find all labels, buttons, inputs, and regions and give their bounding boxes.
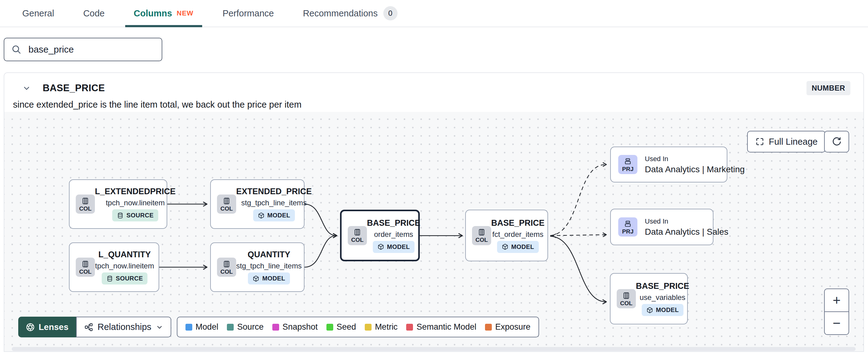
lineage-node-quantity[interactable]: COL QUANTITY stg_tpch_line_items MODEL (210, 242, 305, 292)
columns-icon (622, 292, 630, 300)
refresh-button[interactable] (824, 131, 849, 152)
col-badge-label: COL (620, 300, 632, 306)
database-icon (106, 275, 113, 282)
col-badge-label: COL (79, 206, 92, 211)
lineage-node-base-price-order-items[interactable]: COL BASE_PRICE order_items MODEL (340, 210, 420, 261)
columns-icon (223, 197, 230, 205)
tab-bar: General Code Columns NEW Performance Rec… (0, 0, 868, 27)
columns-icon (81, 260, 89, 268)
lineage-toolbar: Lenses Relationships (18, 317, 539, 337)
col-badge: COL (617, 289, 636, 308)
expand-icon (755, 137, 765, 146)
tab-label: Code (83, 8, 104, 19)
resource-type-pill: MODEL (253, 209, 295, 221)
used-in-label: Used In (645, 217, 728, 226)
col-badge-label: COL (220, 206, 233, 211)
col-badge: COL (76, 195, 95, 214)
column-card-header: BASE_PRICE NUMBER since extended_price i… (4, 73, 863, 112)
tab-general[interactable]: General (13, 0, 63, 27)
legend-swatch (272, 324, 279, 331)
search-row (4, 38, 162, 61)
col-badge-label: COL (351, 237, 364, 243)
column-card: BASE_PRICE NUMBER since extended_price i… (4, 72, 864, 352)
lineage-node-l-quantity[interactable]: COL L_QUANTITY tpch_now.lineitem SOURCE (69, 242, 159, 292)
lineage-canvas[interactable]: COL L_EXTENDEDPRICE tpch_now.lineitem SO… (4, 112, 863, 352)
node-subtitle: use_variables (640, 293, 685, 302)
resource-type-pill: SOURCE (112, 209, 158, 221)
tab-code[interactable]: Code (74, 0, 113, 27)
col-badge-label: COL (79, 269, 92, 275)
search-box[interactable] (4, 38, 162, 61)
relationships-label: Relationships (98, 322, 152, 332)
legend-swatch (365, 324, 372, 331)
tab-label: Columns (134, 8, 172, 19)
collapse-chevron-icon[interactable] (21, 82, 33, 94)
node-title: EXTENDED_PRICE (236, 187, 312, 196)
resource-type-pill: MODEL (248, 272, 290, 285)
prj-badge-label: PRJ (622, 166, 634, 172)
node-subtitle: order_items (374, 230, 413, 239)
legend-swatch (406, 324, 413, 331)
relationships-icon (84, 323, 93, 332)
full-lineage-label: Full Lineage (769, 137, 817, 147)
node-subtitle: fct_order_items (492, 230, 544, 239)
legend-item-model: Model (185, 322, 219, 332)
legend-label: Metric (375, 322, 398, 332)
tab-label: Performance (223, 8, 274, 19)
lenses-button[interactable]: Lenses (18, 317, 76, 337)
legend: Model Source Snapshot Seed (177, 317, 539, 337)
tab-columns[interactable]: Columns NEW (125, 0, 202, 27)
lineage-node-extended-price[interactable]: COL EXTENDED_PRICE stg_tpch_line_items M… (210, 179, 305, 229)
tab-performance[interactable]: Performance (214, 0, 282, 27)
resource-type-label: MODEL (268, 212, 290, 219)
lineage-edges (4, 112, 863, 352)
lineage-node-used-in-sales[interactable]: PRJ Used In Data Analytics | Sales (610, 209, 713, 245)
chevron-down-icon (156, 323, 163, 331)
lineage-node-base-price-fct-order-items[interactable]: COL BASE_PRICE fct_order_items MODEL (465, 210, 548, 261)
resource-type-pill: SOURCE (102, 272, 148, 285)
resource-type-pill: MODEL (497, 241, 539, 253)
node-subtitle: stg_tpch_line_items (241, 199, 307, 207)
tab-recommendations[interactable]: Recommendations 0 (294, 0, 406, 27)
legend-item-exposure: Exposure (485, 322, 530, 332)
project-name: Data Analytics | Marketing (645, 165, 745, 174)
col-badge: COL (348, 226, 367, 245)
node-title: BASE_PRICE (636, 282, 689, 291)
zoom-out-button[interactable]: − (825, 312, 848, 334)
full-lineage-button[interactable]: Full Lineage (747, 131, 826, 152)
node-subtitle: stg_tpch_line_items (236, 262, 302, 270)
legend-swatch (227, 324, 234, 331)
cube-icon (646, 307, 653, 314)
used-in-label: Used In (645, 155, 745, 163)
col-badge-label: COL (475, 237, 488, 243)
node-title: L_QUANTITY (98, 250, 151, 260)
search-input[interactable] (28, 44, 155, 55)
refresh-icon (832, 137, 842, 147)
cube-icon (252, 275, 259, 282)
node-title: BASE_PRICE (367, 218, 421, 228)
node-title: BASE_PRICE (491, 218, 545, 228)
legend-swatch (485, 324, 492, 331)
legend-label: Source (237, 322, 264, 332)
resource-type-label: MODEL (656, 306, 679, 314)
lineage-node-used-in-marketing[interactable]: PRJ Used In Data Analytics | Marketing (610, 147, 727, 182)
node-title: L_EXTENDEDPRICE (95, 187, 176, 196)
lineage-node-l-extendedprice[interactable]: COL L_EXTENDEDPRICE tpch_now.lineitem SO… (69, 179, 167, 229)
relationships-dropdown[interactable]: Relationships (76, 317, 171, 337)
resource-type-label: MODEL (511, 243, 534, 250)
legend-label: Model (196, 322, 219, 332)
project-stack-icon (624, 157, 632, 166)
search-icon (11, 44, 22, 55)
legend-item-source: Source (227, 322, 264, 332)
data-type-badge: NUMBER (806, 81, 850, 95)
resource-type-label: MODEL (387, 243, 410, 250)
recommendations-count-badge: 0 (383, 6, 398, 21)
zoom-in-button[interactable]: + (825, 289, 848, 312)
node-subtitle: tpch_now.lineitem (106, 199, 165, 207)
legend-item-snapshot: Snapshot (272, 322, 318, 332)
horizontal-scrollbar[interactable] (12, 347, 856, 351)
legend-swatch (185, 324, 192, 331)
column-name: BASE_PRICE (43, 83, 105, 94)
resource-type-label: MODEL (262, 275, 285, 282)
lineage-node-base-price-use-variables[interactable]: COL BASE_PRICE use_variables MODEL (610, 273, 688, 324)
